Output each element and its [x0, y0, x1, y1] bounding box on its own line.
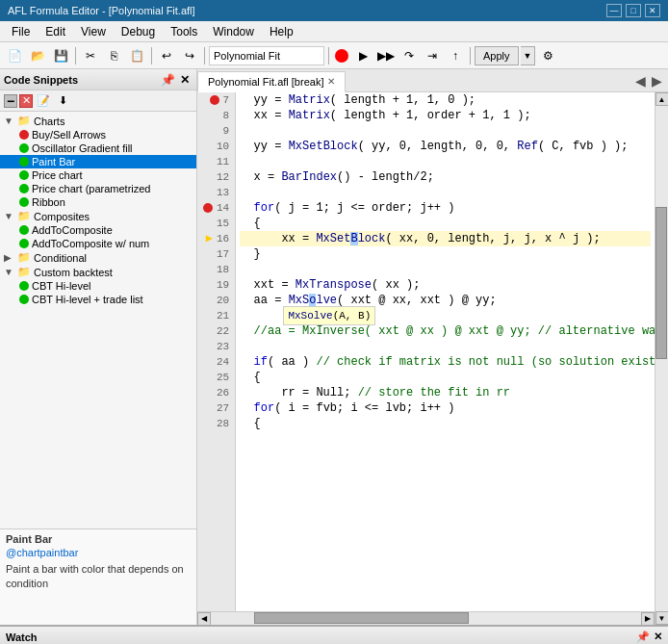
code-content[interactable]: yy = Matrix( length + 1, 1, 0 ); xx = Ma… — [236, 92, 655, 611]
editor-tab-polynomial[interactable]: Polynomial Fit.afl [break] ✕ — [197, 71, 346, 92]
sep3 — [204, 47, 205, 64]
title-bar: AFL Formula Editor - [Polynomial Fit.afl… — [0, 0, 668, 21]
run-button[interactable]: ▶ — [352, 45, 373, 66]
code-line-13 — [240, 185, 651, 200]
ln-26: 26 — [203, 385, 229, 400]
step-over[interactable]: ⇥ — [422, 45, 443, 66]
tab-close-icon[interactable]: ✕ — [327, 76, 335, 87]
folder-label: Conditional — [34, 252, 87, 264]
folder-label: Custom backtest — [34, 267, 113, 278]
scroll-thumb[interactable] — [655, 207, 667, 359]
item-label: Buy/Sell Arrows — [32, 129, 106, 141]
watch-close-icon[interactable]: ✕ — [654, 631, 662, 643]
redo-button[interactable]: ↪ — [179, 45, 200, 66]
tree-folder-composites[interactable]: ▼ 📁 Composites — [0, 209, 196, 223]
menu-file[interactable]: File — [4, 23, 38, 40]
menu-edit[interactable]: Edit — [38, 23, 73, 40]
tree-folder-custombt[interactable]: ▼ 📁 Custom backtest — [0, 265, 196, 279]
watch-panel: Watch 📌 ✕ Name Type Value x array { -30,… — [0, 625, 668, 644]
scroll-right-button[interactable]: ▶ — [641, 612, 655, 626]
tree-item-pricechart[interactable]: Price chart — [0, 168, 196, 182]
nav-next-button[interactable]: ▶ — [650, 73, 664, 89]
code-line-11 — [240, 154, 651, 169]
nav-prev-button[interactable]: ◀ — [633, 73, 648, 89]
ln-20: 20 — [203, 293, 229, 308]
menu-debug[interactable]: Debug — [114, 23, 163, 40]
sep2 — [151, 47, 152, 64]
main-layout: Code Snippets 📌 ✕ − ✕ 📝 ⬇ ▼ 📁 Charts Buy… — [0, 69, 668, 625]
code-editor[interactable]: 7 8 9 10 11 12 13 14 15 ▶16 17 18 19 20 — [197, 92, 655, 611]
breakpoint-icon — [203, 203, 213, 213]
watch-header: Watch 📌 ✕ — [0, 627, 668, 644]
menu-window[interactable]: Window — [205, 23, 262, 40]
item-label: Oscillator Gradient fill — [32, 142, 133, 154]
ln-15: 15 — [203, 216, 229, 231]
ln-19: 19 — [203, 277, 229, 293]
paste-button[interactable]: 📋 — [126, 45, 147, 66]
new-button[interactable]: 📄 — [4, 45, 25, 66]
scroll-down-button[interactable]: ▼ — [655, 611, 669, 625]
info-description: Paint a bar with color that depends on c… — [6, 562, 191, 592]
step-out[interactable]: ↑ — [445, 45, 466, 66]
dot-icon — [19, 157, 29, 167]
editor-horiz-scrollbar[interactable]: ◀ ▶ — [197, 611, 655, 625]
tree-item-oscillator[interactable]: Oscillator Gradient fill — [0, 142, 196, 155]
download-button[interactable]: ⬇ — [54, 93, 71, 109]
filename-input[interactable] — [209, 46, 324, 65]
line-numbers: 7 8 9 10 11 12 13 14 15 ▶16 17 18 19 20 — [197, 92, 236, 611]
code-line-9 — [240, 123, 651, 139]
tree-folder-conditional[interactable]: ▶ 📁 Conditional — [0, 250, 196, 265]
item-label: Price chart (parametrized — [32, 183, 151, 194]
collapse-button[interactable]: − — [4, 94, 17, 108]
debug-button[interactable]: ▶▶ — [375, 45, 397, 66]
close-button[interactable]: ✕ — [645, 4, 660, 17]
scroll-left-button[interactable]: ◀ — [197, 612, 211, 626]
item-label: AddToComposite — [32, 224, 113, 236]
open-button[interactable]: 📂 — [27, 45, 48, 66]
scroll-up-button[interactable]: ▲ — [655, 92, 669, 106]
editor-vert-scrollbar[interactable]: ▲ ▼ — [655, 92, 668, 625]
apply-dropdown[interactable]: ▼ — [521, 46, 536, 65]
tree-item-addtoc[interactable]: AddToComposite — [0, 223, 196, 237]
settings-button[interactable]: ⚙ — [537, 45, 558, 66]
watch-pin-icon[interactable]: 📌 — [636, 631, 650, 643]
new-snippet-button[interactable]: 📝 — [35, 93, 52, 109]
code-line-23 — [240, 339, 651, 354]
folder-icon: 📁 — [17, 115, 31, 127]
snippets-title: Code Snippets — [4, 74, 78, 86]
expand-icon: ▼ — [4, 116, 17, 126]
cut-button[interactable]: ✂ — [80, 45, 101, 66]
scroll-track[interactable] — [655, 106, 669, 611]
editor-nav-buttons: ◀ ▶ — [629, 73, 668, 89]
stop-button[interactable] — [335, 49, 348, 63]
menu-help[interactable]: Help — [262, 23, 301, 40]
apply-button[interactable]: Apply — [475, 46, 519, 65]
delete-button[interactable]: ✕ — [19, 94, 33, 108]
info-title: Paint Bar — [6, 533, 191, 545]
step-button[interactable]: ↷ — [398, 45, 420, 66]
close-panel-icon[interactable]: ✕ — [177, 72, 193, 88]
tree-item-pricechart-param[interactable]: Price chart (parametrized — [0, 182, 196, 195]
undo-button[interactable]: ↩ — [156, 45, 177, 66]
tree-item-cbt-hi[interactable]: CBT Hi-level — [0, 279, 196, 293]
scroll-thumb[interactable] — [254, 612, 470, 624]
tree-folder-charts[interactable]: ▼ 📁 Charts — [0, 114, 196, 128]
tree-item-buysell[interactable]: Buy/Sell Arrows — [0, 128, 196, 142]
pin-icon[interactable]: 📌 — [160, 72, 175, 88]
menu-tools[interactable]: Tools — [163, 23, 205, 40]
save-button[interactable]: 💾 — [50, 45, 71, 66]
ln-28: 28 — [203, 416, 229, 431]
copy-button[interactable]: ⎘ — [103, 45, 124, 66]
menu-view[interactable]: View — [73, 23, 114, 40]
scroll-track[interactable] — [211, 612, 641, 626]
item-label: CBT Hi-level + trade list — [32, 294, 143, 305]
code-line-22: //aa = MxInverse( xxt @ xx ) @ xxt @ yy;… — [240, 323, 651, 339]
maximize-button[interactable]: □ — [626, 4, 641, 17]
dot-icon — [19, 170, 29, 180]
minimize-button[interactable]: — — [606, 4, 622, 17]
tree-item-paintbar[interactable]: Paint Bar — [0, 155, 196, 168]
code-line-25: { — [240, 370, 651, 385]
tree-item-cbt-trade[interactable]: CBT Hi-level + trade list — [0, 293, 196, 306]
tree-item-ribbon[interactable]: Ribbon — [0, 195, 196, 209]
tree-item-addtoc-num[interactable]: AddToComposite w/ num — [0, 237, 196, 250]
